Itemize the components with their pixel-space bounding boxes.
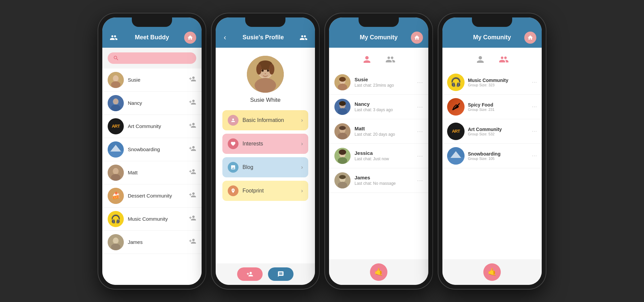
svg-point-26 [256,64,262,75]
add-contact-icon[interactable] [189,168,196,177]
list-item[interactable]: James [102,231,202,254]
chat-bubble-icon[interactable]: ⋯ [417,152,423,160]
basic-info-arrow: › [301,117,303,123]
list-item[interactable]: Susie [102,69,202,92]
svg-point-27 [269,64,274,75]
more-options-icon[interactable]: ⋯ [532,128,537,134]
more-options-icon[interactable]: ⋯ [532,79,537,85]
chat-bubble-icon[interactable]: ⋯ [417,128,423,135]
svg-point-33 [338,84,347,90]
blog-section[interactable]: Blog › [222,157,308,177]
chat-item[interactable]: James Last chat: No massage ⋯ [329,168,428,193]
interests-section[interactable]: Interests › [222,134,308,154]
back-button[interactable]: ‹ [221,32,229,43]
tab-chats[interactable] [475,54,485,67]
basic-info-label: Basic Information [243,117,297,123]
chat-bubble-icon[interactable]: ⋯ [417,79,423,86]
add-friend-button[interactable] [237,267,263,281]
interests-arrow: › [301,141,303,147]
list-item[interactable]: 🎧 Music Community [102,208,202,231]
chat-item[interactable]: Matt Last chat: 20 days ago ⋯ [329,119,428,144]
wave-button[interactable]: 🤙 [483,263,501,281]
chat-name: Jessica [355,150,413,156]
groups-bottom: 🤙 [442,259,542,285]
svg-rect-9 [108,151,124,158]
tab-groups[interactable] [385,54,395,67]
add-contact-icon[interactable] [189,122,196,131]
chat-sub: Last chat: Just now [355,157,413,161]
footprint-arrow: › [301,188,303,194]
home-button[interactable] [411,32,423,44]
group-item[interactable]: 🌶 Spicy Food Group Size: 231 ⋯ [442,95,542,119]
svg-point-37 [338,108,347,115]
group-item[interactable]: Snowboarding Group Size: 105 ⋯ [442,144,542,168]
svg-text:🍰: 🍰 [112,191,120,200]
avatar-matt [108,165,124,181]
profile-sections: Basic Information › Interests › [222,110,308,201]
svg-point-38 [339,101,346,106]
add-contact-icon[interactable] [189,98,196,107]
profile-icon [298,32,310,44]
chat-sub: Last chat: 20 days ago [355,132,413,137]
add-contact-icon[interactable] [189,75,196,84]
groups-tabs [442,48,542,70]
list-item[interactable]: ART Art Community [102,115,202,138]
list-item[interactable]: 🍰 Dessert Community [102,184,202,208]
chat-sub: Last chat: 3 days ago [355,107,413,112]
group-name: Snowboarding [468,151,528,157]
basic-info-section[interactable]: Basic Information › [222,110,308,130]
group-name: Music Community [468,78,528,83]
svg-point-46 [339,149,346,155]
more-options-icon[interactable]: ⋯ [532,103,537,110]
community-chat-title: My Comunity [360,34,397,41]
blog-icon [228,162,238,173]
chat-item[interactable]: Nancy Last chat: 3 days ago ⋯ [329,95,428,119]
profile-body: Susie White Basic Information › [216,48,315,263]
avatar-susie [108,72,124,88]
chat-bubble-icon[interactable]: ⋯ [417,103,423,111]
interests-label: Interests [243,141,297,147]
wave-button[interactable]: 🤙 [370,263,387,281]
chat-item[interactable]: Susie Last chat: 23mins ago ⋯ [329,70,428,95]
tab-groups[interactable] [499,54,509,67]
chat-name: Matt [355,126,413,131]
more-options-icon[interactable]: ⋯ [532,153,537,159]
home-button[interactable] [524,32,536,44]
message-button[interactable] [268,267,293,281]
search-input[interactable] [108,52,196,64]
group-avatar-snow [447,147,465,165]
group-meta: Art Community Group Size: 532 [468,127,528,136]
group-item[interactable]: 🎧 Music Community Group Size: 323 ⋯ [442,70,542,95]
group-meta: Snowboarding Group Size: 105 [468,151,528,161]
chat-meta: Matt Last chat: 20 days ago [355,126,413,137]
add-contact-icon[interactable] [189,145,196,154]
list-item[interactable]: Nancy [102,92,202,115]
add-contact-icon[interactable] [189,191,196,200]
add-contact-icon[interactable] [189,214,196,223]
group-size: Group Size: 323 [468,83,528,87]
svg-point-49 [338,182,347,188]
profile-bottom-nav [216,263,315,285]
profile-avatar [247,56,284,93]
notch [472,17,512,27]
interests-icon [228,138,238,149]
tab-chats[interactable] [362,54,372,67]
avatar-james [108,234,124,250]
svg-point-41 [338,133,347,139]
basic-info-icon [228,115,238,126]
phone-my-community-groups: My Comunity [438,13,546,289]
chat-bubble-icon[interactable]: ⋯ [417,177,423,184]
avatar-music: 🎧 [108,211,124,227]
contact-name-music: Music Community [128,216,185,222]
footprint-section[interactable]: Footprint › [222,181,308,201]
group-item[interactable]: ART Art Community Group Size: 532 ⋯ [442,119,542,144]
chat-item[interactable]: Jessica Last chat: Just now ⋯ [329,144,428,168]
avatar-snow [108,141,124,158]
phones-container: Meet Buddy [98,13,546,289]
home-button[interactable] [184,32,196,44]
list-item[interactable]: Matt [102,161,202,184]
add-contact-icon[interactable] [189,238,196,247]
list-item[interactable]: Snowboarding [102,138,202,161]
contacts-list: Susie [102,69,202,285]
svg-point-2 [111,81,120,88]
